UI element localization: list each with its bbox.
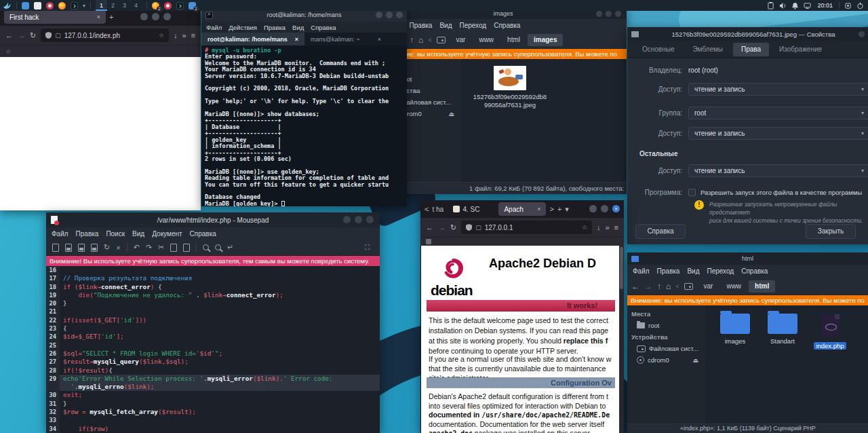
notifications-bell-icon[interactable] xyxy=(791,2,799,10)
menu-item-Переход[interactable]: Переход xyxy=(707,267,734,275)
workspace-1[interactable]: 1 xyxy=(96,0,107,11)
title-bar[interactable]: 15276b3f09e0029592db899056af7631.jpeg — … xyxy=(627,27,868,41)
new-tab-button[interactable]: + xyxy=(109,13,113,21)
bookmark-star-icon[interactable]: ☆ xyxy=(582,224,587,231)
menu-item-Справка[interactable]: Справка xyxy=(311,24,336,31)
tab-first-hack[interactable]: First hack × xyxy=(4,10,106,24)
breadcrumb-var[interactable]: var xyxy=(698,280,719,293)
close-button[interactable] xyxy=(366,216,374,223)
tab-close-icon[interactable]: × xyxy=(537,206,540,212)
download-icon[interactable]: ↓ xyxy=(174,31,178,39)
forward-icon[interactable]: → xyxy=(18,31,25,39)
save-icon[interactable] xyxy=(78,244,85,252)
menu-item-Справка[interactable]: Справка xyxy=(741,267,768,275)
tab-Основные[interactable]: Основные xyxy=(634,43,682,56)
tab-apache-active[interactable]: Apach × xyxy=(498,202,546,216)
group-access-dropdown[interactable]: чтение и запись▾ xyxy=(688,127,868,140)
breadcrumb-images[interactable]: images xyxy=(528,34,563,46)
search-icon[interactable] xyxy=(203,244,209,250)
close-button[interactable] xyxy=(396,12,403,18)
terminal-tab-root[interactable]: root@kaliman: /home/mans× xyxy=(201,33,304,45)
menu-item-Правка[interactable]: Правка xyxy=(410,22,433,29)
copy-icon[interactable] xyxy=(170,244,177,252)
file-list-area[interactable]: 15276b3f09e0029592db899056af7631.jpeg xyxy=(461,59,627,182)
tab-partial[interactable]: t ha xyxy=(432,206,450,213)
back-icon[interactable]: ← xyxy=(5,31,13,39)
fullscreen-icon[interactable]: ⛶ xyxy=(365,244,373,252)
breadcrumb-var[interactable]: var xyxy=(450,34,472,46)
apache-default-page[interactable]: debian Apache2 Debian D It works! This i… xyxy=(420,246,624,433)
allow-execute-checkbox[interactable] xyxy=(688,189,696,196)
close-button[interactable]: × xyxy=(612,205,620,212)
eject-icon[interactable]: ⏏ xyxy=(448,111,457,117)
menu-item-Файл[interactable]: Файл xyxy=(633,267,650,275)
close-dialog-button[interactable]: Закрыть xyxy=(806,224,856,239)
files-launcher-icon[interactable] xyxy=(22,2,29,10)
tab-Эмблемы[interactable]: Эмблемы xyxy=(684,43,731,56)
editor-launcher-icon[interactable] xyxy=(34,2,41,10)
save-as-icon[interactable] xyxy=(91,244,98,252)
open-file-icon[interactable] xyxy=(65,244,72,252)
menu-item-Поиск[interactable]: Поиск xyxy=(106,230,125,238)
menu-icon[interactable]: ≡ xyxy=(614,223,618,231)
clock[interactable]: 20:01 xyxy=(816,2,834,9)
close-button[interactable] xyxy=(163,13,171,20)
bookmark-item-icon[interactable] xyxy=(426,239,431,244)
taskbar-files-icon[interactable]: 2 xyxy=(189,2,196,10)
taskbar-terminal-icon[interactable] xyxy=(176,2,184,10)
group-dropdown[interactable]: root▾ xyxy=(688,107,868,119)
new-tab-button[interactable]: + xyxy=(557,205,561,213)
workspace-3[interactable]: 3 xyxy=(119,0,130,11)
folder-item-standart[interactable]: Standart xyxy=(761,314,804,345)
minimize-button[interactable] xyxy=(589,205,597,212)
undo-icon[interactable]: ↶ xyxy=(134,243,140,252)
sidebar-item-filesystem[interactable]: Файловая сист... xyxy=(627,343,705,354)
taskbar-firefox-icon[interactable]: 2 xyxy=(152,2,159,10)
menu-item-Правка[interactable]: Правка xyxy=(76,230,99,238)
menu-item-Вид[interactable]: Вид xyxy=(439,22,452,29)
bookmark-star-icon[interactable]: ☆ xyxy=(159,32,164,39)
tab-scroll-left-icon[interactable]: < xyxy=(425,205,429,213)
folder-item-images[interactable]: images xyxy=(713,314,757,345)
tab-close-icon[interactable]: × xyxy=(295,36,298,43)
tab-close-icon[interactable]: × xyxy=(378,36,381,43)
session-icon[interactable] xyxy=(844,2,852,10)
clipboard-tray-icon[interactable] xyxy=(767,2,774,10)
tab-list-icon[interactable]: ▾ xyxy=(565,205,569,214)
breadcrumb-www[interactable]: www xyxy=(473,34,500,46)
file-item-jpeg[interactable]: 15276b3f09e0029592db899056af7631.jpeg xyxy=(469,66,551,109)
menu-item-Вид[interactable]: Вид xyxy=(687,267,699,275)
filesystem-root-icon[interactable] xyxy=(437,37,446,43)
maximize-button[interactable] xyxy=(386,12,393,18)
overflow-icon[interactable]: » xyxy=(182,31,186,39)
sidebar-item-root[interactable]: root xyxy=(627,320,705,331)
breadcrumb-html[interactable]: html xyxy=(749,280,775,293)
filesystem-root-icon[interactable] xyxy=(684,283,693,290)
terminal-tab-mans[interactable]: mans@kaliman: ~× xyxy=(304,33,387,45)
menu-item-Действия[interactable]: Действия xyxy=(229,24,257,31)
menu-icon[interactable]: ≡ xyxy=(191,31,195,39)
scrollbar[interactable] xyxy=(619,246,624,433)
others-access-dropdown[interactable]: чтение и запись▾ xyxy=(688,164,868,177)
overflow-icon[interactable]: » xyxy=(605,223,609,231)
tor-browser-launcher-icon[interactable] xyxy=(46,2,54,10)
volume-icon[interactable] xyxy=(779,2,787,10)
tab-scroll-right-icon[interactable]: > xyxy=(549,205,553,213)
up-icon[interactable]: ↑ xyxy=(410,35,414,45)
download-icon[interactable]: ↓ xyxy=(597,223,601,231)
workspace-4[interactable]: 4 xyxy=(130,0,142,11)
power-icon[interactable] xyxy=(856,2,864,10)
maximize-button[interactable] xyxy=(606,11,612,17)
paste-icon[interactable] xyxy=(183,244,190,252)
terminal-launcher-icon[interactable] xyxy=(71,2,78,10)
close-file-icon[interactable]: × xyxy=(116,244,120,252)
help-button[interactable]: Справка xyxy=(635,224,686,239)
menu-item-Вид[interactable]: Вид xyxy=(292,24,304,31)
up-icon[interactable]: ↑ xyxy=(657,282,661,291)
crumb-scroll-left-icon[interactable]: < xyxy=(428,37,431,43)
title-bar[interactable]: /var/www/html/index.php - Mousepad xyxy=(46,212,380,227)
close-button[interactable] xyxy=(615,11,621,17)
forward-icon[interactable]: → xyxy=(644,282,652,291)
minimize-button[interactable] xyxy=(343,216,351,223)
launcher-expand-icon[interactable]: ▾ xyxy=(83,3,85,9)
